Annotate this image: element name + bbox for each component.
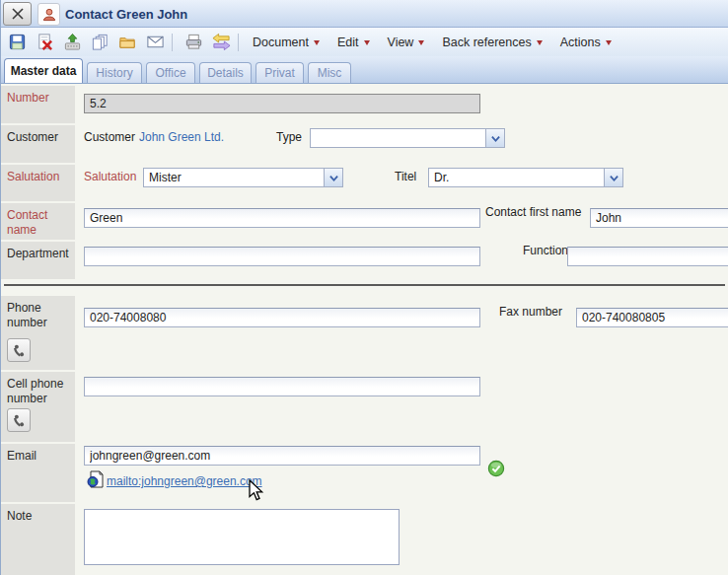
tab-bar: Master data History Office Details Priva…	[0, 56, 728, 84]
menu-view-label: View	[388, 36, 414, 49]
toolbar: Document Edit View Back references Actio…	[0, 28, 728, 56]
function-field[interactable]	[567, 247, 728, 266]
side-label-text: Email	[7, 449, 36, 463]
menu-edit[interactable]: Edit	[337, 36, 370, 49]
page-title: Contact Green John	[65, 7, 187, 22]
transfer-arrows-icon	[211, 33, 232, 51]
section-divider	[4, 284, 725, 286]
close-button[interactable]	[3, 2, 32, 26]
phone-number-field[interactable]	[84, 308, 480, 327]
menu-document-label: Document	[253, 36, 309, 49]
contact-name-field[interactable]	[84, 208, 480, 228]
titel-label: Titel	[395, 170, 416, 183]
chevron-down-icon	[609, 174, 619, 182]
side-label-note: Note	[0, 504, 75, 575]
side-label-customer: Customer	[0, 125, 75, 163]
dropdown-button[interactable]	[485, 129, 504, 147]
menu-document[interactable]: Document	[253, 36, 320, 49]
phone-handset-icon	[12, 413, 27, 428]
dropdown-button[interactable]	[324, 169, 342, 186]
cell-phone-number-field[interactable]	[84, 377, 480, 396]
tab-label: Misc	[318, 66, 342, 80]
open-folder-icon	[118, 33, 137, 51]
save-icon	[8, 33, 27, 51]
titel-select[interactable]: Dr.	[428, 168, 623, 187]
type-select[interactable]	[310, 128, 505, 148]
save-button[interactable]	[5, 31, 29, 54]
side-label-text: Contact name	[7, 208, 47, 237]
salutation-field-label: Salutation	[84, 170, 136, 183]
salutation-select[interactable]: Mister	[143, 168, 343, 187]
tab-master-data[interactable]: Master data	[4, 58, 83, 83]
customer-link[interactable]: John Green Ltd.	[139, 130, 224, 144]
note-field[interactable]	[84, 509, 400, 565]
window-left-border	[0, 0, 1, 575]
menu-back-references-label: Back references	[442, 36, 531, 49]
tab-label: Master data	[11, 64, 77, 78]
salutation-select-value: Mister	[144, 171, 324, 184]
tab-label: Privat	[264, 66, 295, 80]
print-button[interactable]	[182, 31, 205, 54]
tab-details[interactable]: Details	[199, 62, 252, 83]
side-label-salutation: Salutation	[0, 165, 75, 201]
chevron-down-icon	[490, 134, 501, 143]
cell-phone-dial-button[interactable]	[7, 408, 31, 432]
titel-select-value: Dr.	[429, 171, 604, 184]
side-label-text: Department	[7, 247, 69, 260]
menu-back-references[interactable]: Back references	[442, 36, 542, 49]
contact-first-name-field[interactable]	[590, 208, 728, 228]
contact-person-icon	[37, 3, 60, 26]
mailto-link[interactable]: mailto:johngreen@green.com	[107, 474, 262, 488]
menu-view[interactable]: View	[388, 36, 425, 49]
toolbar-separator	[238, 34, 239, 51]
number-field[interactable]	[84, 94, 480, 113]
tab-label: History	[96, 66, 132, 80]
menu-actions[interactable]: Actions	[560, 36, 612, 49]
fax-number-label: Fax number	[499, 305, 562, 319]
tab-privat[interactable]: Privat	[255, 62, 304, 83]
fax-number-field[interactable]	[576, 308, 728, 327]
email-field[interactable]	[84, 446, 480, 466]
tab-misc[interactable]: Misc	[308, 62, 351, 83]
contact-first-name-label: Contact first name	[485, 205, 581, 219]
print-icon	[184, 33, 203, 51]
function-label: Function	[523, 244, 568, 257]
side-label-text: Customer	[7, 130, 58, 144]
side-label-text: Note	[7, 509, 32, 523]
side-label-text: Cell phone number	[7, 377, 63, 405]
mailto-globe-document-icon[interactable]	[87, 470, 104, 488]
side-label-email: Email	[0, 444, 75, 502]
chevron-down-icon	[328, 174, 339, 182]
department-field[interactable]	[84, 247, 480, 266]
delete-document-button[interactable]	[33, 31, 56, 54]
customer-field-label: Customer	[84, 130, 135, 144]
caret-down-icon	[314, 40, 320, 45]
copy-button[interactable]	[88, 31, 111, 54]
type-label: Type	[276, 130, 302, 144]
tab-label: Office	[155, 66, 185, 80]
email-valid-check-icon	[487, 460, 505, 477]
side-label-text: Phone number	[7, 301, 47, 329]
menu-actions-label: Actions	[560, 36, 601, 49]
caret-down-icon	[364, 40, 370, 45]
open-folder-button[interactable]	[115, 31, 139, 54]
phone-dial-button[interactable]	[7, 338, 31, 362]
side-label-text: Salutation	[7, 170, 59, 183]
close-icon	[11, 7, 25, 21]
menu-edit-label: Edit	[337, 36, 359, 49]
tab-label: Details	[207, 66, 244, 80]
copy-icon	[91, 33, 109, 51]
transfer-arrows-button[interactable]	[209, 31, 233, 54]
phone-handset-icon	[12, 343, 27, 358]
tab-history[interactable]: History	[87, 62, 142, 83]
caret-down-icon	[418, 40, 424, 45]
archive-import-button[interactable]	[60, 31, 84, 54]
email-button[interactable]	[143, 31, 167, 54]
delete-document-icon	[36, 33, 54, 51]
dropdown-button[interactable]	[604, 169, 622, 186]
tab-office[interactable]: Office	[146, 62, 195, 83]
side-label-number: Number	[0, 86, 75, 123]
mouse-cursor	[249, 479, 264, 503]
side-label-department: Department	[0, 242, 75, 279]
toolbar-separator	[172, 34, 173, 51]
